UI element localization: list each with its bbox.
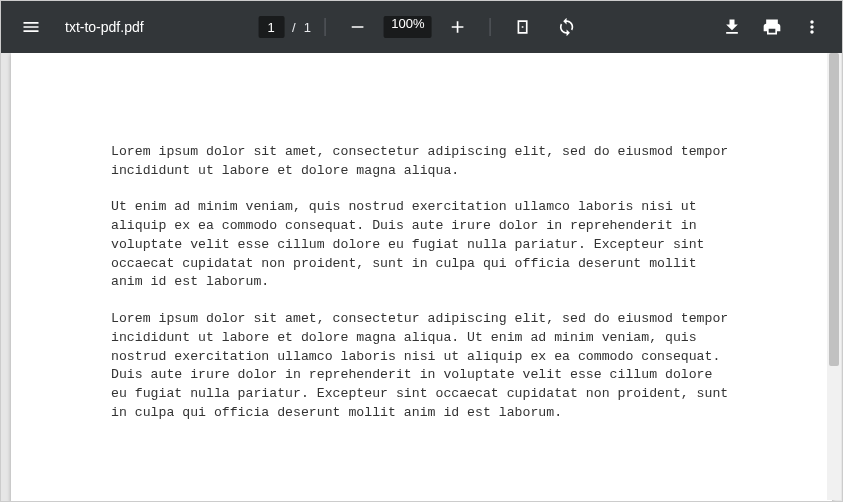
zoom-in-icon[interactable] (440, 9, 476, 45)
vertical-scrollbar[interactable] (827, 53, 841, 500)
document-viewport[interactable]: Lorem ipsum dolor sit amet, consectetur … (1, 53, 842, 502)
zoom-level-display[interactable]: 100% (384, 16, 432, 38)
paragraph: Lorem ipsum dolor sit amet, consectetur … (111, 310, 732, 422)
toolbar-right (714, 9, 830, 45)
pdf-toolbar: txt-to-pdf.pdf / 1 100% (1, 1, 842, 53)
page-number-input[interactable] (258, 16, 284, 38)
divider (490, 18, 491, 36)
page-total: 1 (304, 20, 311, 35)
zoom-out-icon[interactable] (340, 9, 376, 45)
page-separator: / (292, 20, 296, 35)
print-icon[interactable] (754, 9, 790, 45)
divider (325, 18, 326, 36)
paragraph: Lorem ipsum dolor sit amet, consectetur … (111, 143, 732, 180)
download-icon[interactable] (714, 9, 750, 45)
paragraph: Ut enim ad minim veniam, quis nostrud ex… (111, 198, 732, 292)
fit-page-icon[interactable] (505, 9, 541, 45)
menu-icon[interactable] (13, 9, 49, 45)
rotate-icon[interactable] (549, 9, 585, 45)
pdf-page: Lorem ipsum dolor sit amet, consectetur … (11, 53, 832, 502)
scrollbar-thumb[interactable] (829, 53, 839, 366)
toolbar-center: / 1 100% (258, 1, 585, 53)
filename-label: txt-to-pdf.pdf (65, 19, 144, 35)
more-icon[interactable] (794, 9, 830, 45)
